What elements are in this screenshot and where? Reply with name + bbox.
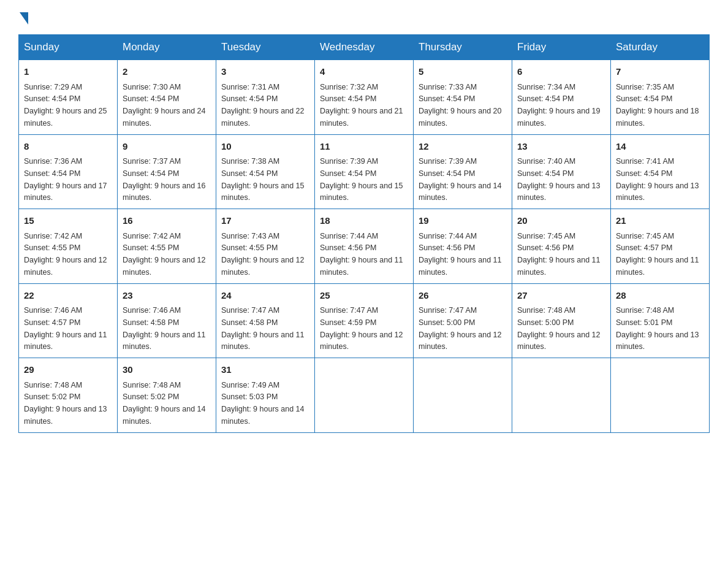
daylight-info: Daylight: 9 hours and 11 minutes. xyxy=(123,331,206,351)
sunrise-info: Sunrise: 7:48 AM xyxy=(517,306,575,315)
daylight-info: Daylight: 9 hours and 20 minutes. xyxy=(419,107,502,128)
sunrise-info: Sunrise: 7:42 AM xyxy=(24,232,82,240)
calendar-cell: 21Sunrise: 7:45 AMSunset: 4:57 PMDayligh… xyxy=(611,209,710,284)
logo-arrow-icon xyxy=(20,12,28,25)
sunrise-info: Sunrise: 7:31 AM xyxy=(221,83,279,91)
sunset-info: Sunset: 4:56 PM xyxy=(419,243,475,252)
day-number: 11 xyxy=(320,140,408,154)
sunset-info: Sunset: 4:54 PM xyxy=(123,169,179,178)
sunset-info: Sunset: 4:57 PM xyxy=(24,318,80,327)
daylight-info: Daylight: 9 hours and 14 minutes. xyxy=(123,405,206,426)
sunset-info: Sunset: 4:54 PM xyxy=(123,94,179,103)
calendar-cell: 9Sunrise: 7:37 AMSunset: 4:54 PMDaylight… xyxy=(118,134,216,209)
calendar-header-row: SundayMondayTuesdayWednesdayThursdayFrid… xyxy=(19,35,710,60)
calendar-cell xyxy=(315,358,414,433)
sunset-info: Sunset: 5:00 PM xyxy=(419,318,475,327)
day-number: 29 xyxy=(24,363,112,377)
day-number: 26 xyxy=(419,289,507,303)
calendar-cell: 11Sunrise: 7:39 AMSunset: 4:54 PMDayligh… xyxy=(315,134,414,209)
daylight-info: Daylight: 9 hours and 22 minutes. xyxy=(221,107,305,128)
sunset-info: Sunset: 4:54 PM xyxy=(616,94,672,103)
calendar-cell: 3Sunrise: 7:31 AMSunset: 4:54 PMDaylight… xyxy=(216,60,315,135)
daylight-info: Daylight: 9 hours and 11 minutes. xyxy=(517,256,601,277)
sunset-info: Sunset: 4:54 PM xyxy=(320,169,376,178)
sunrise-info: Sunrise: 7:44 AM xyxy=(419,232,477,240)
daylight-info: Daylight: 9 hours and 11 minutes. xyxy=(320,256,403,277)
sunrise-info: Sunrise: 7:43 AM xyxy=(221,232,279,240)
calendar-cell xyxy=(512,358,611,433)
calendar-cell: 27Sunrise: 7:48 AMSunset: 5:00 PMDayligh… xyxy=(512,283,611,358)
day-number: 25 xyxy=(320,289,408,303)
sunset-info: Sunset: 4:56 PM xyxy=(517,243,574,252)
daylight-info: Daylight: 9 hours and 13 minutes. xyxy=(616,331,699,351)
sunset-info: Sunset: 4:54 PM xyxy=(517,94,574,103)
sunrise-info: Sunrise: 7:32 AM xyxy=(320,83,378,91)
daylight-info: Daylight: 9 hours and 19 minutes. xyxy=(517,107,601,128)
sunrise-info: Sunrise: 7:37 AM xyxy=(123,157,181,166)
day-number: 13 xyxy=(517,140,605,154)
day-number: 1 xyxy=(24,65,112,79)
day-number: 4 xyxy=(320,65,408,79)
sunrise-info: Sunrise: 7:39 AM xyxy=(320,157,378,166)
col-header-wednesday: Wednesday xyxy=(315,35,414,60)
sunrise-info: Sunrise: 7:41 AM xyxy=(616,157,674,166)
sunrise-info: Sunrise: 7:46 AM xyxy=(123,306,181,315)
calendar-cell: 20Sunrise: 7:45 AMSunset: 4:56 PMDayligh… xyxy=(512,209,611,284)
sunrise-info: Sunrise: 7:44 AM xyxy=(320,232,378,240)
daylight-info: Daylight: 9 hours and 12 minutes. xyxy=(24,256,107,277)
calendar-week-row: 8Sunrise: 7:36 AMSunset: 4:54 PMDaylight… xyxy=(19,134,710,209)
calendar-cell: 25Sunrise: 7:47 AMSunset: 4:59 PMDayligh… xyxy=(315,283,414,358)
sunset-info: Sunset: 5:00 PM xyxy=(517,318,574,327)
col-header-monday: Monday xyxy=(118,35,216,60)
calendar-week-row: 22Sunrise: 7:46 AMSunset: 4:57 PMDayligh… xyxy=(19,283,710,358)
calendar-cell: 24Sunrise: 7:47 AMSunset: 4:58 PMDayligh… xyxy=(216,283,315,358)
day-number: 20 xyxy=(517,214,605,228)
day-number: 16 xyxy=(123,214,211,228)
sunrise-info: Sunrise: 7:46 AM xyxy=(24,306,82,315)
daylight-info: Daylight: 9 hours and 24 minutes. xyxy=(123,107,206,128)
col-header-thursday: Thursday xyxy=(414,35,512,60)
daylight-info: Daylight: 9 hours and 12 minutes. xyxy=(419,331,502,351)
sunset-info: Sunset: 5:01 PM xyxy=(616,318,672,327)
col-header-saturday: Saturday xyxy=(611,35,710,60)
daylight-info: Daylight: 9 hours and 11 minutes. xyxy=(616,256,699,277)
calendar-cell: 28Sunrise: 7:48 AMSunset: 5:01 PMDayligh… xyxy=(611,283,710,358)
sunset-info: Sunset: 4:54 PM xyxy=(419,94,475,103)
calendar-cell: 1Sunrise: 7:29 AMSunset: 4:54 PMDaylight… xyxy=(19,60,118,135)
calendar-cell: 5Sunrise: 7:33 AMSunset: 4:54 PMDaylight… xyxy=(414,60,512,135)
sunrise-info: Sunrise: 7:48 AM xyxy=(24,381,82,389)
sunrise-info: Sunrise: 7:34 AM xyxy=(517,83,575,91)
sunrise-info: Sunrise: 7:45 AM xyxy=(616,232,674,240)
day-number: 3 xyxy=(221,65,309,79)
daylight-info: Daylight: 9 hours and 12 minutes. xyxy=(123,256,206,277)
day-number: 2 xyxy=(123,65,211,79)
sunrise-info: Sunrise: 7:30 AM xyxy=(123,83,181,91)
daylight-info: Daylight: 9 hours and 12 minutes. xyxy=(320,331,403,351)
daylight-info: Daylight: 9 hours and 13 minutes. xyxy=(616,182,699,202)
calendar-cell: 8Sunrise: 7:36 AMSunset: 4:54 PMDaylight… xyxy=(19,134,118,209)
calendar-table: SundayMondayTuesdayWednesdayThursdayFrid… xyxy=(18,34,710,433)
sunset-info: Sunset: 4:54 PM xyxy=(616,169,672,178)
daylight-info: Daylight: 9 hours and 14 minutes. xyxy=(419,182,502,202)
day-number: 10 xyxy=(221,140,309,154)
sunset-info: Sunset: 4:58 PM xyxy=(221,318,278,327)
day-number: 5 xyxy=(419,65,507,79)
calendar-week-row: 29Sunrise: 7:48 AMSunset: 5:02 PMDayligh… xyxy=(19,358,710,433)
day-number: 6 xyxy=(517,65,605,79)
sunset-info: Sunset: 4:54 PM xyxy=(24,94,80,103)
daylight-info: Daylight: 9 hours and 11 minutes. xyxy=(221,331,305,351)
day-number: 22 xyxy=(24,289,112,303)
col-header-sunday: Sunday xyxy=(19,35,118,60)
day-number: 30 xyxy=(123,363,211,377)
sunset-info: Sunset: 4:54 PM xyxy=(320,94,376,103)
day-number: 24 xyxy=(221,289,309,303)
sunset-info: Sunset: 4:59 PM xyxy=(320,318,376,327)
col-header-tuesday: Tuesday xyxy=(216,35,315,60)
calendar-cell: 30Sunrise: 7:48 AMSunset: 5:02 PMDayligh… xyxy=(118,358,216,433)
daylight-info: Daylight: 9 hours and 13 minutes. xyxy=(24,405,107,426)
calendar-cell: 4Sunrise: 7:32 AMSunset: 4:54 PMDaylight… xyxy=(315,60,414,135)
calendar-cell: 14Sunrise: 7:41 AMSunset: 4:54 PMDayligh… xyxy=(611,134,710,209)
page-header xyxy=(18,12,710,25)
sunset-info: Sunset: 4:54 PM xyxy=(24,169,80,178)
sunrise-info: Sunrise: 7:40 AM xyxy=(517,157,575,166)
